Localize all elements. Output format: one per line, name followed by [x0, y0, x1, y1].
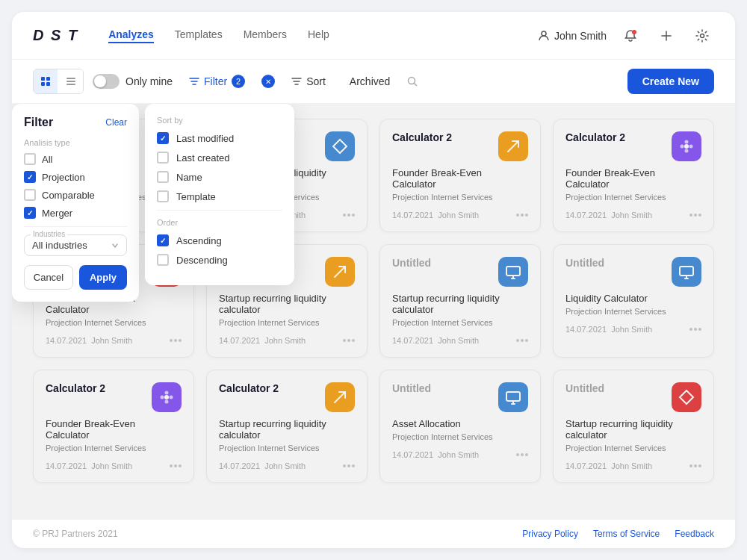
- svg-rect-5: [41, 82, 45, 86]
- checkbox: [24, 189, 36, 201]
- checkbox: ✓: [24, 171, 36, 183]
- checkbox: [157, 171, 169, 183]
- sort-label: Sort: [306, 75, 326, 87]
- chevron-down-icon: [111, 242, 119, 249]
- filter-panel-header: Filter Clear: [24, 116, 127, 129]
- filter-option[interactable]: ✓ Merger: [24, 207, 127, 219]
- order-label: Order: [157, 218, 282, 227]
- order-option[interactable]: ✓ Ascending: [157, 234, 282, 246]
- filter-apply-button[interactable]: Apply: [79, 265, 127, 290]
- create-new-label: Create New: [642, 75, 699, 87]
- terms-of-service-link[interactable]: Terms of Service: [593, 529, 660, 539]
- sort-options: ✓ Last modified Last created Name Templa…: [157, 132, 282, 202]
- checkbox: ✓: [157, 132, 169, 144]
- filter-panel: Filter Clear Analisis type All ✓ Project…: [12, 104, 139, 302]
- filter-option-label: All: [42, 154, 52, 165]
- svg-rect-9: [66, 84, 75, 85]
- filter-clear-button[interactable]: ✕: [261, 75, 275, 88]
- bell-icon: [624, 29, 637, 43]
- view-toggle: [33, 69, 84, 94]
- logo: D S T: [33, 27, 78, 44]
- footer-links: Privacy Policy Terms of Service Feedback: [522, 529, 714, 539]
- svg-rect-6: [46, 82, 50, 86]
- header-right: John Smith: [538, 24, 714, 48]
- checkbox: ✓: [157, 234, 169, 246]
- nav-item-help[interactable]: Help: [308, 28, 329, 43]
- nav-item-analyzes[interactable]: Analyzes: [108, 28, 154, 43]
- add-button[interactable]: [654, 24, 678, 48]
- order-option-label: Ascending: [176, 235, 222, 246]
- sort-icon: [291, 76, 302, 87]
- sort-button[interactable]: Sort: [284, 71, 333, 92]
- checkbox: [157, 190, 169, 202]
- notification-button[interactable]: [619, 24, 642, 48]
- checkbox: [24, 153, 36, 165]
- sort-option-label: Last created: [176, 152, 230, 164]
- archived-button[interactable]: Archived: [342, 71, 397, 92]
- copyright: © PRJ Partners 2021: [33, 529, 118, 539]
- switch-thumb: [94, 75, 106, 87]
- order-option[interactable]: Descending: [157, 254, 282, 266]
- sort-option[interactable]: ✓ Last modified: [157, 132, 282, 144]
- nav-item-templates[interactable]: Templates: [175, 28, 223, 43]
- industry-select[interactable]: Industries All industries: [24, 234, 127, 256]
- filter-option-label: Projection: [42, 172, 85, 183]
- svg-rect-3: [41, 77, 45, 81]
- archived-label: Archived: [350, 75, 390, 87]
- svg-rect-4: [46, 77, 50, 81]
- sort-option-label: Last modified: [176, 133, 234, 144]
- checkbox: ✓: [24, 207, 36, 219]
- content-area: Calculator 2 Founder Break-Even Calculat…: [12, 104, 735, 519]
- sort-option-label: Template: [176, 191, 216, 202]
- filter-option[interactable]: All: [24, 153, 127, 165]
- only-mine-label: Only mine: [125, 75, 173, 87]
- grid-view-button[interactable]: [34, 69, 58, 93]
- sort-option-label: Name: [176, 172, 202, 183]
- sort-divider: [157, 210, 282, 211]
- filter-section-label: Analisis type: [24, 138, 127, 147]
- gear-icon: [695, 29, 709, 43]
- user-name: John Smith: [554, 30, 607, 42]
- filter-option-label: Merger: [42, 208, 72, 219]
- grid-icon: [40, 76, 51, 87]
- filter-button[interactable]: Filter 2: [182, 70, 252, 93]
- filter-count: 2: [232, 75, 245, 88]
- only-mine-toggle[interactable]: Only mine: [93, 74, 173, 89]
- svg-point-2: [701, 34, 704, 37]
- search-icon: [406, 75, 418, 87]
- sort-option[interactable]: Name: [157, 171, 282, 183]
- switch-track: [93, 74, 120, 89]
- feedback-link[interactable]: Feedback: [675, 529, 714, 539]
- toolbar: Only mine Filter 2 ✕ Sort Archived: [12, 60, 735, 104]
- filter-actions: Cancel Apply: [24, 265, 127, 290]
- filter-cancel-button[interactable]: Cancel: [24, 265, 73, 290]
- header: D S T Analyzes Templates Members Help Jo…: [12, 12, 735, 60]
- filter-clear-link[interactable]: Clear: [105, 117, 127, 128]
- filter-option[interactable]: ✓ Projection: [24, 171, 127, 183]
- svg-rect-7: [66, 78, 75, 79]
- list-view-button[interactable]: [59, 69, 83, 93]
- filter-label: Filter: [204, 75, 227, 87]
- checkbox: [157, 152, 169, 164]
- filter-option-label: Comparable: [42, 190, 95, 201]
- sort-option[interactable]: Last created: [157, 152, 282, 164]
- list-icon: [66, 76, 76, 87]
- nav-item-members[interactable]: Members: [244, 28, 287, 43]
- svg-point-1: [632, 30, 636, 34]
- order-option-label: Descending: [176, 255, 228, 266]
- privacy-policy-link[interactable]: Privacy Policy: [522, 529, 578, 539]
- footer: © PRJ Partners 2021 Privacy Policy Terms…: [12, 519, 735, 548]
- svg-rect-8: [66, 81, 75, 82]
- search-button[interactable]: [406, 75, 418, 87]
- plus-icon: [660, 29, 673, 43]
- main-nav: Analyzes Templates Members Help: [108, 28, 538, 43]
- settings-button[interactable]: [690, 24, 714, 48]
- sort-option[interactable]: Template: [157, 190, 282, 202]
- create-new-button[interactable]: Create New: [627, 69, 714, 94]
- svg-point-0: [542, 31, 546, 36]
- industry-value: All industries: [32, 240, 87, 251]
- user-info: John Smith: [538, 30, 607, 42]
- filter-option[interactable]: Comparable: [24, 189, 127, 201]
- user-icon: [538, 30, 550, 42]
- filter-icon: [189, 76, 199, 87]
